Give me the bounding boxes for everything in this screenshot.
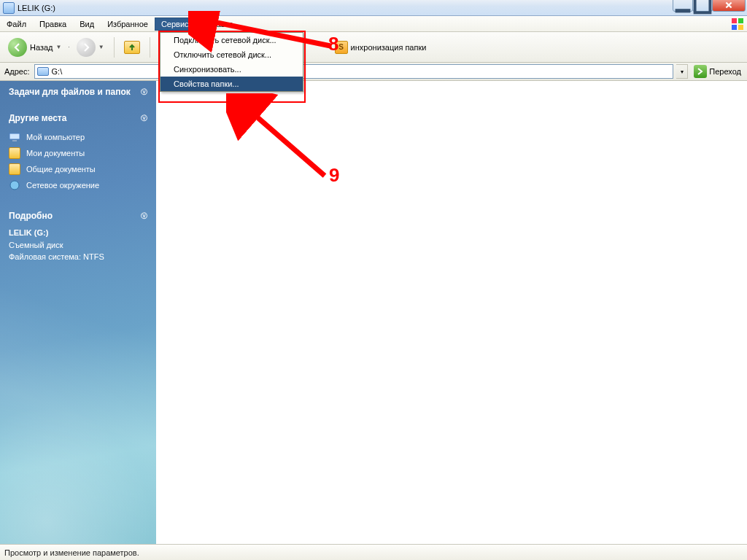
svg-rect-2 [732,18,737,23]
menuitem-disconnect-network-drive[interactable]: Отключить сетевой диск... [160,47,303,62]
details-drive-type: Съемный диск [9,239,147,252]
address-path: G:\ [52,67,63,76]
network-icon [9,179,20,191]
sidebar-item-my-computer[interactable]: Мой компьютер [9,129,156,145]
go-label: Переход [709,67,741,76]
sync-folder-button[interactable]: S инхронизация папки [331,39,430,56]
svg-point-8 [10,181,19,190]
svg-rect-0 [676,9,691,12]
details-panel-header[interactable]: Подробно ⓥ [0,205,156,227]
chevron-down-icon: ⓥ [141,88,147,97]
chevron-down-icon: ▼ [98,44,104,50]
menuitem-synchronize[interactable]: Синхронизовать... [160,62,303,77]
go-button[interactable]: Переход [691,65,744,78]
annotation-number-8: 8 [328,33,338,55]
toolbar-divider [150,37,150,58]
menu-file[interactable]: Файл [0,18,33,31]
sidebar-item-label: Мой компьютер [26,133,85,141]
documents-icon [9,147,20,159]
sidebar-item-label: Мои документы [26,149,85,158]
menuitem-folder-options[interactable]: Свойства папки... [160,77,303,91]
places-panel-items: Мой компьютер Мои документы Общие докуме… [0,129,156,201]
folder-up-icon [124,41,140,54]
chevron-up-icon: ⓥ [141,114,147,123]
address-label: Адрес: [3,67,31,76]
forward-arrow-icon [77,38,96,57]
status-bar: Просмотр и изменение параметров. [0,544,747,560]
sidebar: Задачи для файлов и папок ⓥ Другие места… [0,81,156,544]
toolbar-separator: · [68,44,69,50]
svg-rect-4 [732,25,737,30]
menu-edit[interactable]: Правка [33,18,73,31]
details-filesystem: Файловая система: NTFS [9,251,147,263]
sync-label: инхронизация папки [351,43,427,52]
annotation-number-9: 9 [329,164,339,187]
toolbar-divider [114,37,115,58]
places-panel-title: Другие места [9,113,66,123]
sidebar-item-my-documents[interactable]: Мои документы [9,145,156,161]
svg-rect-7 [12,140,17,141]
go-arrow-icon [694,65,707,78]
shared-documents-icon [9,163,20,175]
sidebar-item-shared-documents[interactable]: Общие документы [9,161,156,177]
details-panel-content: LELIK (G:) Съемный диск Файловая система… [0,227,156,271]
chevron-down-icon: ▼ [56,44,62,50]
sidebar-item-label: Сетевое окружение [26,181,99,190]
svg-rect-5 [738,25,743,30]
svg-rect-3 [738,18,743,23]
window-buttons [673,0,746,12]
address-field[interactable]: G:\ [34,64,674,79]
svg-rect-6 [9,133,20,139]
menuitem-map-network-drive[interactable]: Подключить сетевой диск... [160,33,303,47]
svg-rect-1 [695,0,711,12]
menu-help[interactable]: Справка [196,18,240,31]
windows-flag-icon [731,18,744,31]
details-panel-title: Подробно [9,211,53,221]
drive-icon [37,67,49,76]
back-button[interactable]: Назад ▼ [4,36,65,59]
close-button[interactable] [712,0,746,12]
status-text: Просмотр и изменение параметров. [4,548,139,557]
menu-view[interactable]: Вид [73,18,101,31]
chevron-up-icon: ⓥ [141,211,147,221]
address-dropdown[interactable]: ▾ [676,64,688,79]
main-content [156,81,747,544]
menu-bar: Файл Правка Вид Избранное Сервис Справка [0,16,747,32]
back-arrow-icon [8,38,27,57]
tasks-panel-title: Задачи для файлов и папок [9,87,131,97]
tools-menu-dropdown: Подключить сетевой диск... Отключить сет… [160,32,303,92]
address-bar: Адрес: G:\ ▾ Переход [0,63,747,81]
menu-tools[interactable]: Сервис [155,18,196,31]
forward-button[interactable]: ▼ [73,36,108,59]
drive-icon [3,2,15,14]
toolbar: Назад ▼ · ▼ S инхронизация папки [0,32,747,63]
menu-favorites[interactable]: Избранное [101,18,155,31]
computer-icon [9,131,20,143]
tasks-panel-header[interactable]: Задачи для файлов и папок ⓥ [0,81,156,103]
places-panel-header[interactable]: Другие места ⓥ [0,107,156,129]
details-drive-name: LELIK (G:) [9,228,48,237]
title-bar: LELIK (G:) [0,0,747,16]
window-title: LELIK (G:) [18,4,744,12]
maximize-button[interactable] [692,0,713,12]
sidebar-item-network[interactable]: Сетевое окружение [9,177,156,193]
back-label: Назад [30,43,53,52]
up-button[interactable] [120,39,144,56]
sidebar-item-label: Общие документы [26,165,96,174]
minimize-button[interactable] [673,0,693,12]
